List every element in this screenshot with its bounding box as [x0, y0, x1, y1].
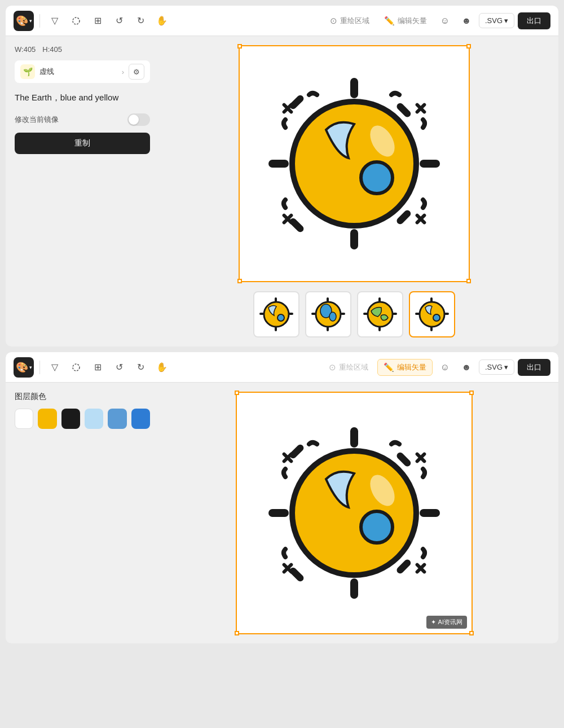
svg-rect-48 [420, 509, 440, 517]
crop-tool-bottom[interactable]: ⊞ [89, 358, 107, 376]
svg-label-top: .SVG [485, 16, 503, 25]
hand-tool-bottom[interactable]: ✋ [153, 358, 171, 376]
brand-dropdown-arrow-bottom: ▾ [29, 365, 32, 370]
svg-rect-1 [350, 78, 358, 98]
lasso-tool[interactable] [67, 12, 85, 30]
top-toolbar: 🎨 ▾ ▽ ⊞ ↺ ↻ ✋ ⊙ 重绘区域 ✏️ 编辑矢量 ☺ ☻ .SVG ▾ … [6, 6, 558, 36]
svg-rect-5 [288, 94, 305, 111]
dimensions-row: W:405 H:405 [15, 45, 150, 54]
svg-rect-45 [350, 427, 358, 448]
swatch-medium-blue[interactable] [108, 409, 126, 429]
top-canvas-frame [239, 45, 470, 282]
svg-rect-23 [275, 326, 277, 331]
crop-tool[interactable]: ⊞ [89, 12, 107, 30]
bottom-canvas-wrapper: ✦ AI资讯网 [236, 392, 473, 634]
undo-btn[interactable]: ↺ [110, 12, 128, 30]
svg-dropdown-arrow: ▾ [504, 16, 508, 25]
svg-point-21 [277, 314, 284, 321]
separator-1 [39, 14, 40, 28]
repaint-area-btn-bottom[interactable]: ⊙ 重绘区域 [323, 359, 374, 375]
svg-rect-4 [420, 160, 440, 168]
thumbnail-2[interactable] [305, 291, 351, 337]
svg-rect-31 [311, 313, 316, 315]
svg-point-39 [433, 314, 440, 321]
export-btn-bottom[interactable]: 出口 [518, 359, 550, 376]
corner-tr [466, 44, 471, 49]
swatch-yellow[interactable] [38, 409, 56, 429]
watermark-text: AI资讯网 [438, 618, 462, 626]
watermark: ✦ AI资讯网 [426, 616, 467, 629]
swatch-white[interactable] [15, 409, 33, 429]
bottom-toolbar: 🎨 ▾ ▽ ⊞ ↺ ↻ ✋ ⊙ 重绘区域 ✏️ 编辑矢量 ☺ ☻ .SVG ▾ … [6, 352, 558, 383]
svg-point-61 [292, 451, 416, 575]
bottom-panel: 🎨 ▾ ▽ ⊞ ↺ ↻ ✋ ⊙ 重绘区域 ✏️ 编辑矢量 ☺ ☻ .SVG ▾ … [6, 352, 558, 643]
svg-rect-35 [378, 326, 381, 331]
edit-vector-label-bottom: 编辑矢量 [397, 362, 426, 372]
thumbnail-1[interactable] [253, 291, 299, 337]
corner-br [466, 279, 471, 283]
thumbnail-row [253, 291, 455, 337]
modify-mirror-row: 修改当前镜像 [15, 113, 150, 126]
svg-point-63 [361, 511, 393, 543]
reset-btn[interactable]: 重制 [15, 133, 150, 154]
svg-rect-49 [288, 443, 305, 460]
redo-btn[interactable]: ↻ [131, 12, 149, 30]
select-tool-bottom[interactable]: ▽ [46, 358, 64, 376]
settings-icon[interactable]: ⚙ [129, 64, 144, 80]
svg-point-20 [264, 302, 289, 327]
watermark-icon: ✦ [431, 619, 436, 626]
lasso-tool-bottom[interactable] [67, 358, 85, 376]
swatch-black[interactable] [61, 409, 80, 429]
svg-rect-32 [340, 313, 345, 315]
svg-point-19 [361, 162, 393, 194]
svg-rect-40 [430, 297, 433, 302]
edit-vector-btn-top[interactable]: ✏️ 编辑矢量 [378, 13, 433, 29]
swatch-blue[interactable] [131, 409, 150, 429]
svg-point-28 [329, 312, 336, 321]
edit-vector-btn-bottom[interactable]: ✏️ 编辑矢量 [377, 359, 433, 376]
emoji-btn-top[interactable]: ☺ [436, 12, 454, 30]
face-btn-top[interactable]: ☻ [457, 12, 475, 30]
corner-tl [237, 44, 242, 49]
svg-label-bottom: .SVG [485, 363, 503, 371]
svg-rect-2 [350, 229, 358, 249]
emoji-btn-bottom[interactable]: ☺ [436, 358, 454, 376]
bottom-canvas-area: ✦ AI资讯网 [159, 392, 549, 634]
corner-tl-bottom [235, 391, 239, 395]
width-label: W:405 [15, 45, 36, 54]
svg-rect-47 [268, 509, 289, 517]
svg-rect-29 [327, 297, 329, 302]
earth-illustration-bottom [258, 417, 450, 609]
undo-btn-bottom[interactable]: ↺ [110, 358, 128, 376]
brand-icon: 🎨 [16, 15, 28, 27]
thumbnail-3[interactable] [357, 291, 403, 337]
thumbnail-4[interactable] [409, 291, 455, 337]
style-arrow[interactable]: › [122, 68, 124, 76]
svg-point-0 [73, 17, 80, 24]
svg-rect-37 [392, 313, 397, 315]
swatch-light-blue[interactable] [85, 409, 103, 429]
brand-button[interactable]: 🎨 ▾ [14, 11, 34, 31]
repaint-area-btn[interactable]: ⊙ 重绘区域 [324, 13, 375, 29]
svg-point-44 [73, 364, 80, 371]
redo-btn-bottom[interactable]: ↻ [131, 358, 149, 376]
edit-vector-label-top: 编辑矢量 [398, 16, 427, 26]
modify-mirror-toggle[interactable] [127, 113, 150, 126]
hand-tool[interactable]: ✋ [153, 12, 171, 30]
bottom-panel-body: 图层颜色 [6, 383, 558, 643]
export-btn-top[interactable]: 出口 [518, 12, 550, 29]
repaint-label-bottom: 重绘区域 [339, 362, 368, 372]
svg-rect-46 [350, 578, 358, 599]
top-panel: 🎨 ▾ ▽ ⊞ ↺ ↻ ✋ ⊙ 重绘区域 ✏️ 编辑矢量 ☺ ☻ .SVG ▾ … [6, 6, 558, 347]
brand-button-bottom[interactable]: 🎨 ▾ [14, 357, 34, 378]
face-btn-bottom[interactable]: ☻ [457, 358, 475, 376]
corner-bl-bottom [235, 631, 239, 635]
svg-dropdown-bottom[interactable]: .SVG ▾ [479, 359, 514, 375]
svg-rect-43 [444, 313, 449, 315]
modify-mirror-label: 修改当前镜像 [15, 115, 59, 125]
svg-dropdown-top[interactable]: .SVG ▾ [479, 13, 514, 28]
separator-bottom-1 [39, 361, 40, 374]
height-label: H:405 [42, 45, 62, 54]
svg-rect-51 [288, 566, 305, 583]
select-tool[interactable]: ▽ [46, 12, 64, 30]
